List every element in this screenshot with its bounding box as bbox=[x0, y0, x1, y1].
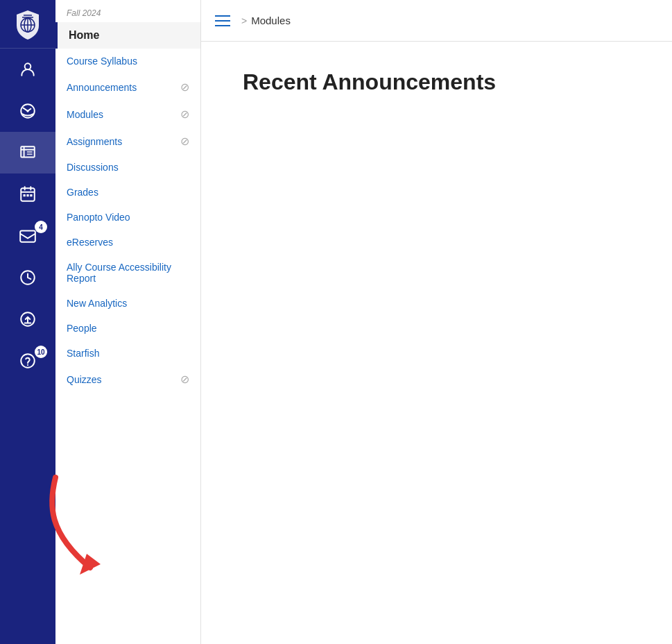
hamburger-button[interactable] bbox=[215, 15, 230, 26]
svg-point-25 bbox=[27, 364, 28, 366]
announcements-visibility-icon: ⊘ bbox=[180, 80, 189, 94]
svg-rect-19 bbox=[26, 194, 28, 196]
svg-rect-21 bbox=[20, 230, 35, 242]
inbox-icon[interactable]: 4 bbox=[0, 215, 55, 257]
semester-label: Fall 2024 bbox=[55, 0, 200, 22]
dashboard-icon[interactable] bbox=[0, 90, 55, 132]
nav-home[interactable]: Home bbox=[55, 22, 200, 49]
modules-visibility-icon: ⊘ bbox=[180, 108, 189, 121]
inbox-badge: 4 bbox=[35, 221, 47, 233]
university-logo[interactable] bbox=[0, 0, 55, 49]
svg-rect-20 bbox=[30, 194, 32, 196]
nav-item-assignments[interactable]: Assignments ⊘ bbox=[55, 128, 200, 155]
nav-item-starfish[interactable]: Starfish bbox=[55, 341, 200, 366]
nav-item-ally-course[interactable]: Ally Course Accessibility Report bbox=[55, 255, 200, 291]
courses-icon[interactable] bbox=[0, 132, 55, 173]
top-bar: > Modules bbox=[201, 0, 672, 42]
calendar-icon[interactable] bbox=[0, 173, 55, 215]
svg-point-6 bbox=[25, 63, 31, 69]
quizzes-visibility-icon: ⊘ bbox=[180, 373, 189, 386]
svg-point-8 bbox=[26, 110, 28, 112]
nav-item-announcements[interactable]: Announcements ⊘ bbox=[55, 74, 200, 101]
icon-rail: 4 10 bbox=[0, 0, 55, 644]
nav-item-people[interactable]: People bbox=[55, 316, 200, 341]
breadcrumb: > Modules bbox=[241, 15, 291, 26]
nav-item-discussions[interactable]: Discussions bbox=[55, 155, 200, 180]
content-area: Recent Announcements bbox=[201, 42, 672, 644]
nav-item-quizzes[interactable]: Quizzes ⊘ bbox=[55, 366, 200, 393]
account-icon[interactable] bbox=[0, 49, 55, 90]
history-icon[interactable] bbox=[0, 257, 55, 298]
breadcrumb-current: Modules bbox=[251, 15, 291, 26]
main-content: > Modules Recent Announcements bbox=[201, 0, 672, 644]
left-nav: Fall 2024 Home Course Syllabus Announcem… bbox=[55, 0, 201, 644]
help-icon[interactable]: 10 bbox=[0, 340, 55, 382]
nav-item-new-analytics[interactable]: New Analytics bbox=[55, 291, 200, 316]
nav-item-panopto-video[interactable]: Panopto Video bbox=[55, 205, 200, 230]
svg-rect-18 bbox=[24, 194, 26, 196]
page-title: Recent Announcements bbox=[243, 69, 630, 95]
assignments-visibility-icon: ⊘ bbox=[180, 135, 189, 148]
help-badge: 10 bbox=[35, 346, 47, 358]
nav-item-modules[interactable]: Modules ⊘ bbox=[55, 101, 200, 128]
nav-item-grades[interactable]: Grades bbox=[55, 180, 200, 205]
breadcrumb-chevron: > bbox=[241, 15, 247, 26]
commons-icon[interactable] bbox=[0, 298, 55, 340]
nav-item-course-syllabus[interactable]: Course Syllabus bbox=[55, 49, 200, 74]
nav-item-ereserves[interactable]: eReserves bbox=[55, 230, 200, 255]
